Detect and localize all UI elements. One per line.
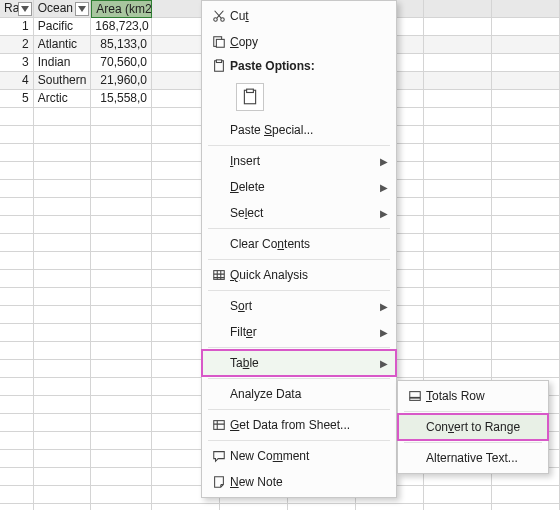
- empty-cell[interactable]: [91, 180, 152, 198]
- empty-cell[interactable]: [424, 504, 492, 510]
- empty-cell[interactable]: [91, 288, 152, 306]
- cell-ocean[interactable]: Atlantic: [34, 36, 92, 54]
- cell-area[interactable]: 168,723,0: [91, 18, 152, 36]
- menu-item-new-note[interactable]: New Note: [202, 469, 396, 495]
- empty-cell[interactable]: [91, 360, 152, 378]
- empty-cell[interactable]: [91, 414, 152, 432]
- menu-item-select[interactable]: Select ▶: [202, 200, 396, 226]
- empty-cell[interactable]: [0, 216, 34, 234]
- empty-cell[interactable]: [424, 144, 492, 162]
- empty-cell[interactable]: [91, 342, 152, 360]
- col-header-area[interactable]: Area (km2): [91, 0, 152, 18]
- empty-cell[interactable]: [91, 324, 152, 342]
- empty-cell[interactable]: [424, 36, 492, 54]
- empty-cell[interactable]: [91, 486, 152, 504]
- empty-cell[interactable]: [424, 252, 492, 270]
- empty-cell[interactable]: [34, 234, 92, 252]
- empty-cell[interactable]: [34, 144, 92, 162]
- empty-cell[interactable]: [34, 180, 92, 198]
- empty-cell[interactable]: [492, 108, 560, 126]
- empty-cell[interactable]: [0, 396, 34, 414]
- empty-cell[interactable]: [0, 162, 34, 180]
- empty-cell[interactable]: [0, 360, 34, 378]
- empty-cell[interactable]: [0, 378, 34, 396]
- empty-cell[interactable]: [91, 198, 152, 216]
- empty-cell[interactable]: [34, 504, 92, 510]
- empty-cell[interactable]: [0, 414, 34, 432]
- filter-dropdown-ocean[interactable]: [75, 2, 89, 16]
- empty-cell[interactable]: [424, 270, 492, 288]
- menu-item-paste-special[interactable]: Paste Special...: [202, 117, 396, 143]
- empty-cell[interactable]: [0, 234, 34, 252]
- empty-cell[interactable]: [91, 144, 152, 162]
- menu-item-delete[interactable]: Delete ▶: [202, 174, 396, 200]
- empty-cell[interactable]: [424, 18, 492, 36]
- submenu-item-convert-to-range[interactable]: Convert to Range: [398, 414, 548, 440]
- col-header-ocean[interactable]: Ocean: [34, 0, 92, 18]
- empty-cell[interactable]: [424, 54, 492, 72]
- menu-item-table[interactable]: Table ▶: [202, 350, 396, 376]
- empty-cell[interactable]: [91, 270, 152, 288]
- empty-cell[interactable]: [424, 486, 492, 504]
- menu-item-filter[interactable]: Filter ▶: [202, 319, 396, 345]
- empty-cell[interactable]: [492, 234, 560, 252]
- empty-cell[interactable]: [0, 144, 34, 162]
- empty-cell[interactable]: [0, 126, 34, 144]
- empty-cell[interactable]: [91, 468, 152, 486]
- filter-dropdown-rank[interactable]: [18, 2, 32, 16]
- empty-cell[interactable]: [492, 288, 560, 306]
- empty-cell[interactable]: [492, 18, 560, 36]
- empty-cell[interactable]: [34, 450, 92, 468]
- cell-rank[interactable]: 4: [0, 72, 34, 90]
- empty-cell[interactable]: [0, 450, 34, 468]
- cell-area[interactable]: 21,960,0: [91, 72, 152, 90]
- empty-cell[interactable]: [0, 252, 34, 270]
- empty-cell[interactable]: [34, 270, 92, 288]
- empty-cell[interactable]: [424, 90, 492, 108]
- empty-cell[interactable]: [0, 108, 34, 126]
- empty-cell[interactable]: [34, 126, 92, 144]
- empty-cell[interactable]: [492, 144, 560, 162]
- col-header-rank[interactable]: Rank: [0, 0, 34, 18]
- empty-cell[interactable]: [492, 306, 560, 324]
- empty-cell[interactable]: [492, 324, 560, 342]
- empty-cell[interactable]: [0, 486, 34, 504]
- menu-paste-option-default[interactable]: [202, 77, 396, 117]
- empty-cell[interactable]: [0, 306, 34, 324]
- empty-cell[interactable]: [0, 468, 34, 486]
- empty-cell[interactable]: [34, 216, 92, 234]
- empty-cell[interactable]: [424, 180, 492, 198]
- empty-cell[interactable]: [152, 504, 220, 510]
- empty-cell[interactable]: [492, 198, 560, 216]
- empty-cell[interactable]: [492, 72, 560, 90]
- empty-cell[interactable]: [424, 72, 492, 90]
- empty-cell[interactable]: [91, 432, 152, 450]
- cell-area[interactable]: 70,560,0: [91, 54, 152, 72]
- cell-ocean[interactable]: Pacific: [34, 18, 92, 36]
- empty-cell[interactable]: [492, 360, 560, 378]
- empty-cell[interactable]: [424, 306, 492, 324]
- empty-cell[interactable]: [424, 288, 492, 306]
- empty-cell[interactable]: [91, 450, 152, 468]
- empty-cell[interactable]: [91, 396, 152, 414]
- menu-item-get-data[interactable]: Get Data from Sheet...: [202, 412, 396, 438]
- empty-cell[interactable]: [424, 234, 492, 252]
- empty-cell[interactable]: [424, 126, 492, 144]
- menu-item-cut[interactable]: Cut: [202, 3, 396, 29]
- empty-cell[interactable]: [91, 216, 152, 234]
- submenu-item-totals-row[interactable]: Totals Row: [398, 383, 548, 409]
- menu-item-insert[interactable]: Insert ▶: [202, 148, 396, 174]
- empty-cell[interactable]: [492, 270, 560, 288]
- empty-cell[interactable]: [0, 180, 34, 198]
- empty-cell[interactable]: [424, 216, 492, 234]
- empty-cell[interactable]: [34, 342, 92, 360]
- empty-cell[interactable]: [34, 288, 92, 306]
- empty-cell[interactable]: [288, 504, 356, 510]
- empty-cell[interactable]: [424, 342, 492, 360]
- empty-cell[interactable]: [492, 504, 560, 510]
- empty-cell[interactable]: [91, 252, 152, 270]
- empty-cell[interactable]: [34, 486, 92, 504]
- empty-cell[interactable]: [0, 270, 34, 288]
- empty-cell[interactable]: [0, 198, 34, 216]
- cell-ocean[interactable]: Arctic: [34, 90, 92, 108]
